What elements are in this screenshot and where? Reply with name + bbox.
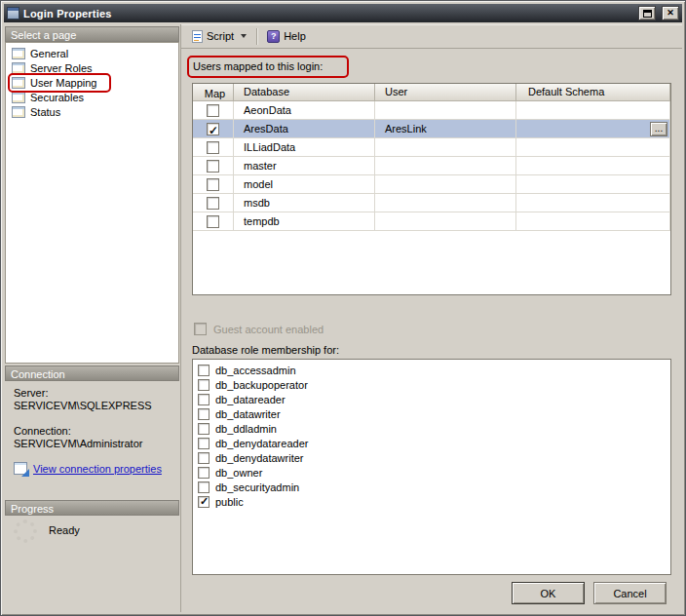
map-cell[interactable] [193, 138, 234, 157]
table-row[interactable]: msdb [193, 194, 670, 212]
role-checkbox[interactable] [198, 365, 210, 376]
sidebar-item-user-mapping[interactable]: User Mapping [6, 75, 178, 90]
user-cell[interactable]: AresLink [375, 120, 516, 138]
map-cell[interactable] [193, 120, 234, 138]
role-item[interactable]: db_securityadmin [196, 480, 670, 494]
user-cell[interactable] [375, 138, 516, 157]
titlebar[interactable]: Login Properties ✕ [4, 4, 682, 22]
role-checkbox[interactable] [198, 452, 210, 464]
map-checkbox[interactable] [207, 160, 219, 173]
role-label: db_denydatawriter [215, 452, 304, 464]
table-row[interactable]: tempdb [193, 212, 670, 231]
default-schema-cell[interactable]: ... [516, 120, 670, 138]
role-checkbox[interactable] [198, 423, 210, 435]
database-cell[interactable]: model [234, 175, 375, 194]
role-item[interactable]: public [196, 494, 670, 509]
script-dropdown-arrow-icon[interactable] [241, 34, 247, 38]
role-item[interactable]: db_ddladmin [196, 421, 670, 436]
map-checkbox[interactable] [207, 141, 219, 154]
role-label: db_securityadmin [215, 481, 299, 493]
help-button[interactable]: ? Help [261, 26, 312, 47]
role-item[interactable]: db_accessadmin [196, 363, 670, 377]
ok-button[interactable]: OK [512, 582, 585, 604]
map-checkbox[interactable] [207, 123, 219, 135]
role-checkbox[interactable] [198, 379, 210, 391]
toolbar-separator [256, 28, 257, 45]
sidebar-item-general[interactable]: General [6, 46, 178, 60]
progress-area: Ready [14, 518, 80, 543]
page-list: General Server Roles User Mapping Secura… [5, 42, 179, 364]
user-mapping-table: Map Database User Default Schema AeonDat… [192, 83, 671, 295]
role-item[interactable]: db_denydatawriter [196, 450, 670, 465]
database-cell[interactable]: tempdb [234, 212, 375, 231]
default-schema-cell[interactable] [516, 175, 670, 194]
user-cell[interactable] [375, 175, 516, 194]
role-item[interactable]: db_owner [196, 465, 670, 480]
sidebar-item-server-roles[interactable]: Server Roles [6, 60, 178, 75]
browse-default-schema-button[interactable]: ... [650, 122, 667, 136]
role-item[interactable]: db_backupoperator [196, 377, 670, 392]
script-button[interactable]: Script [186, 26, 252, 47]
database-cell[interactable]: ILLiadData [234, 138, 375, 157]
role-checkbox[interactable] [198, 394, 210, 405]
guest-account-row: Guest account enabled [194, 323, 324, 335]
server-value: SERVICEVM\SQLEXPRESS [14, 400, 175, 411]
database-cell[interactable]: msdb [234, 194, 375, 212]
default-schema-cell[interactable] [516, 194, 670, 212]
user-cell[interactable] [375, 212, 516, 231]
default-schema-cell[interactable] [516, 101, 670, 120]
window-icon [7, 7, 19, 19]
close-button[interactable]: ✕ [662, 6, 679, 20]
map-cell[interactable] [193, 157, 234, 175]
help-button-label: Help [284, 30, 306, 42]
table-row[interactable]: model [193, 175, 670, 194]
pane-divider [180, 24, 181, 612]
map-cell[interactable] [193, 175, 234, 194]
connection-header: Connection [5, 366, 179, 381]
page-icon [12, 106, 25, 118]
map-checkbox[interactable] [207, 178, 219, 191]
database-cell[interactable]: AresData [234, 120, 375, 138]
table-row[interactable]: AeonData [193, 101, 670, 120]
default-schema-cell[interactable] [516, 157, 670, 175]
table-row[interactable]: master [193, 157, 670, 175]
sidebar-item-status[interactable]: Status [6, 104, 178, 119]
user-cell[interactable] [375, 194, 516, 212]
role-checkbox[interactable] [198, 481, 210, 493]
login-properties-window: Login Properties ✕ Select a page General… [0, 0, 686, 616]
sidebar: Select a page General Server Roles User … [4, 24, 180, 612]
default-schema-cell[interactable] [516, 138, 670, 157]
connection-value: SERVICEVM\Administrator [14, 438, 175, 449]
sidebar-item-label: Status [30, 106, 60, 118]
column-header-database: Database [234, 84, 375, 101]
map-cell[interactable] [193, 194, 234, 212]
cancel-button[interactable]: Cancel [593, 582, 667, 604]
map-checkbox[interactable] [207, 215, 219, 228]
table-row[interactable]: ILLiadData [193, 138, 670, 157]
role-checkbox[interactable] [198, 496, 210, 508]
role-checkbox[interactable] [198, 438, 210, 449]
sidebar-item-label: User Mapping [30, 77, 96, 89]
database-cell[interactable]: AeonData [234, 101, 375, 120]
table-row[interactable]: AresData AresLink ... [193, 120, 670, 138]
sidebar-item-securables[interactable]: Securables [6, 90, 178, 104]
role-item[interactable]: db_datareader [196, 392, 670, 406]
view-connection-properties-link[interactable]: View connection properties [33, 463, 162, 475]
default-schema-cell[interactable] [516, 212, 670, 231]
restore-button[interactable] [638, 6, 656, 20]
map-cell[interactable] [193, 101, 234, 120]
user-cell[interactable] [375, 101, 516, 120]
role-label: db_backupoperator [215, 379, 308, 391]
role-item[interactable]: db_denydatareader [196, 436, 670, 450]
map-checkbox[interactable] [207, 197, 219, 210]
role-label: db_ddladmin [215, 423, 277, 435]
role-checkbox[interactable] [198, 408, 210, 420]
user-cell[interactable] [375, 157, 516, 175]
role-item[interactable]: db_datawriter [196, 406, 670, 421]
role-checkbox[interactable] [198, 467, 210, 479]
map-checkbox[interactable] [207, 104, 219, 117]
database-cell[interactable]: master [234, 157, 375, 175]
map-cell[interactable] [193, 212, 234, 231]
script-icon [192, 30, 203, 43]
connection-properties-icon [14, 462, 27, 475]
